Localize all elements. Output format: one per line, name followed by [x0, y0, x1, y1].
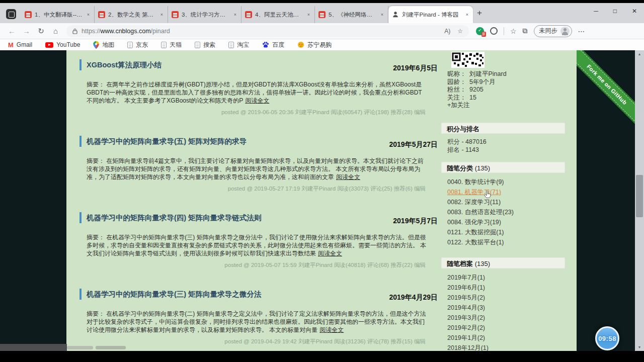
back-button[interactable]: ← — [5, 27, 19, 35]
address-toolbar: ← → ↻ ⌂ https://www.cnblogs.com/pinard A… — [0, 23, 644, 39]
tab-close-icon[interactable]: × — [159, 11, 164, 18]
archive-link[interactable]: 2019年1月(2) — [447, 333, 489, 343]
post-summary: 摘要： 在两年半之前作过梯度提升树(GBDT)原理小结，但是对GBDT的算法库X… — [79, 81, 428, 105]
archive-link[interactable]: 2019年2月(2) — [447, 323, 489, 333]
archive-link[interactable]: 2019年5月(2) — [447, 293, 489, 303]
tab-pdf-5[interactable]: 5、《神经网络与深度学习》 × — [315, 6, 388, 23]
post-meta: posted @ 2019-06-05 20:36 刘建平Pinard 阅读(6… — [79, 109, 438, 116]
scrollbar-thumb[interactable] — [636, 175, 643, 217]
page-icon — [161, 42, 167, 48]
address-bar[interactable]: https://www.cnblogs.com/pinard A) ☆ — [66, 25, 469, 37]
bookmark-search[interactable]: 搜索 — [195, 41, 215, 49]
collections-icon[interactable]: ⧉ — [523, 27, 528, 35]
vertical-scrollbar[interactable]: ▲ ▼ — [635, 50, 644, 351]
gmail-icon: M — [8, 41, 14, 49]
extension-icon-gray[interactable] — [490, 27, 498, 35]
maps-pin-icon — [93, 41, 99, 49]
read-more-link[interactable]: 阅读全文 — [336, 173, 360, 180]
archive-link[interactable]: 2019年7月(1) — [447, 273, 489, 283]
bookmark-tmall[interactable]: 天猫 — [161, 41, 182, 49]
scroll-up-icon[interactable]: ▲ — [635, 52, 644, 56]
lock-icon — [72, 28, 77, 34]
tab-label: 刘建平Pinard - 博客园 — [402, 11, 462, 19]
github-ribbon[interactable]: Fork me on GitHub — [577, 50, 635, 125]
tab-close-icon[interactable]: × — [465, 11, 469, 18]
score-value: 积分 - 487016 — [447, 138, 487, 146]
section-header-archives: 随笔档案 (135) — [441, 257, 565, 268]
post-entry: XGBoost算法原理小结 2019年6月5日 摘要： 在两年半之前作过梯度提升… — [79, 59, 438, 116]
bookmark-taobao[interactable]: 淘宝 — [228, 41, 249, 49]
read-more-link[interactable]: 阅读全文 — [318, 250, 342, 257]
close-window-button[interactable]: ✕ — [632, 8, 637, 15]
bookmark-jd[interactable]: 京东 — [127, 41, 148, 49]
tab-pdf-3[interactable]: 3、统计学习方法 第2版.pdf × — [168, 6, 242, 23]
profile-sync-button[interactable]: 未同步 — [534, 25, 572, 37]
archive-link[interactable]: 2018年12月(1) — [447, 343, 489, 351]
category-link[interactable]: 0083. 自然语言处理(23) — [447, 207, 514, 217]
tab-close-icon[interactable]: × — [86, 11, 91, 18]
post-date: 2019年6月5日 — [393, 64, 438, 73]
pdf-icon — [25, 11, 32, 18]
tab-strip: 1、中文翻译版--利用Pytho × 2、数学之美 第3版.pdf × 3、统计… — [0, 3, 644, 23]
maximize-button[interactable]: □ — [613, 8, 617, 15]
bookmark-gmail[interactable]: MGmail — [8, 41, 32, 49]
post-meta: posted @ 2019-05-07 15:59 刘建平Pinard 阅读(4… — [79, 261, 438, 269]
tab-blog-active[interactable]: 刘建平Pinard - 博客园 × — [388, 6, 473, 23]
tab-label: 2、数学之美 第3版.pdf — [108, 11, 156, 19]
category-link[interactable]: 0122. 大数据平台(1) — [447, 237, 514, 247]
bookmark-baidu[interactable]: 百度 — [262, 41, 284, 49]
suning-lion-icon — [297, 41, 304, 48]
read-aloud-icon[interactable]: A) — [444, 28, 450, 35]
tab-actions-icon[interactable] — [6, 9, 16, 19]
profile-row: 昵称：刘建平Pinard — [447, 70, 507, 78]
more-menu-icon[interactable]: ⋯ — [578, 27, 585, 35]
category-list: 0040. 数学统计学(9) 0081. 机器学习(71) 0082. 深度学习… — [447, 177, 514, 247]
bookmark-maps[interactable]: 地图 — [93, 41, 114, 49]
post-title-link[interactable]: 机器学习中的矩阵向量求导(五) 矩阵对矩阵的求导 — [79, 136, 247, 147]
page-icon — [195, 42, 200, 48]
category-link[interactable]: 0084. 强化学习(19) — [447, 217, 514, 227]
archive-link[interactable]: 2019年3月(2) — [447, 313, 489, 323]
tab-pdf-4[interactable]: 4、阿里云天池大赛赛题解 × — [242, 6, 315, 23]
follow-link[interactable]: +加关注 — [447, 102, 507, 110]
favorites-bar-icon[interactable]: ☆ — [510, 27, 517, 35]
post-date: 2019年5月27日 — [389, 140, 438, 149]
tab-close-icon[interactable]: × — [233, 11, 237, 18]
post-title-link[interactable]: XGBoost算法原理小结 — [79, 59, 162, 70]
tab-label: 4、阿里云天池大赛赛题解 — [255, 11, 303, 19]
archive-link[interactable]: 2019年6月(1) — [447, 283, 489, 293]
post-meta: posted @ 2019-04-29 19:42 刘建平Pinard 阅读(3… — [79, 338, 438, 345]
tab-pdf-2[interactable]: 2、数学之美 第3版.pdf × — [95, 6, 168, 23]
category-link-hovered[interactable]: 0081. 机器学习(71) — [447, 187, 514, 197]
video-progress-bar[interactable] — [0, 344, 67, 351]
new-tab-button[interactable]: + — [477, 8, 482, 18]
refresh-button[interactable]: ↻ — [34, 27, 48, 36]
youtube-icon — [45, 42, 53, 48]
tab-label: 5、《神经网络与深度学习》 — [329, 11, 377, 19]
post-entry: 机器学习中的矩阵向量求导(三) 矩阵向量求导之微分法 2019年4月29日 摘要… — [79, 289, 438, 345]
bookmark-youtube[interactable]: YouTube — [45, 41, 80, 48]
sync-status-label: 未同步 — [539, 27, 557, 35]
post-title-link[interactable]: 机器学习中的矩阵向量求导(三) 矩阵向量求导之微分法 — [79, 289, 261, 300]
read-more-link[interactable]: 阅读全文 — [319, 326, 344, 333]
tab-close-icon[interactable]: × — [306, 11, 311, 18]
minimize-button[interactable]: ─ — [594, 8, 598, 15]
category-link[interactable]: 0121. 大数据挖掘(1) — [447, 227, 514, 237]
tab-pdf-1[interactable]: 1、中文翻译版--利用Pytho × — [21, 6, 95, 23]
read-more-link[interactable]: 阅读全文 — [245, 97, 269, 104]
add-favorite-star-icon[interactable]: ☆ — [457, 28, 463, 35]
window-controls: ─ □ ✕ — [594, 8, 637, 15]
category-link[interactable]: 0082. 深度学习(11) — [447, 197, 514, 207]
profile-row: 园龄：5年9个月 — [447, 78, 507, 86]
profile-row: 粉丝：9205 — [447, 86, 507, 94]
extension-icon-green[interactable]: 新 — [476, 27, 484, 35]
tab-close-icon[interactable]: × — [380, 11, 384, 18]
post-title-link[interactable]: 机器学习中的矩阵向量求导(四) 矩阵向量求导链式法则 — [79, 212, 261, 223]
bookmark-suning[interactable]: 苏宁易购 — [297, 41, 332, 49]
scroll-down-icon[interactable]: ▼ — [635, 345, 644, 349]
archive-link[interactable]: 2019年4月(3) — [447, 303, 489, 313]
category-link[interactable]: 0040. 数学统计学(9) — [447, 177, 514, 187]
forward-button[interactable]: → — [20, 27, 33, 35]
extension-badge: 新 — [481, 32, 486, 37]
home-button[interactable]: ⌂ — [49, 27, 62, 35]
